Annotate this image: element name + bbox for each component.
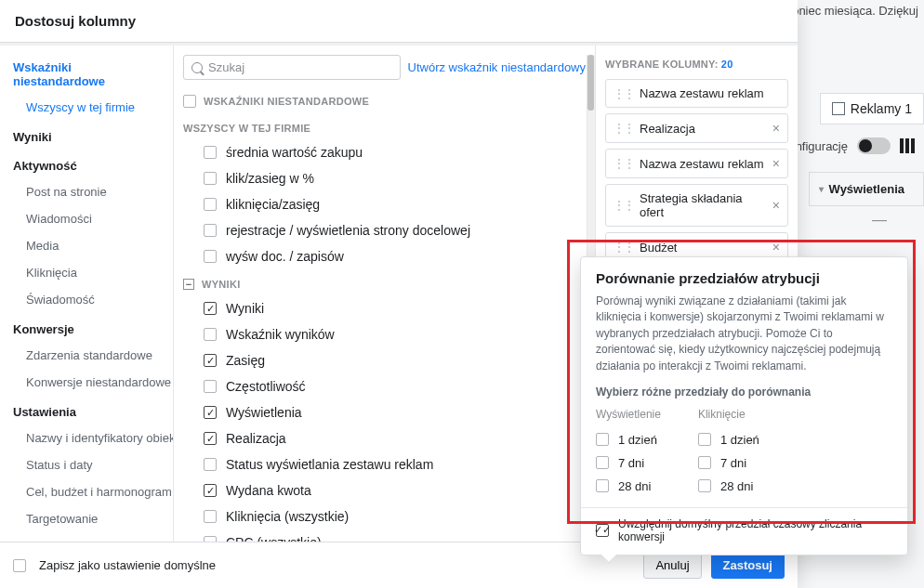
metric-checkbox[interactable]	[204, 172, 217, 185]
metric-label: Status wyświetlania zestawu reklam	[226, 457, 433, 472]
metric-checkbox[interactable]	[204, 250, 217, 263]
remove-column-icon[interactable]: ×	[772, 240, 780, 255]
metric-row[interactable]: Kliknięcia (wszystkie)	[183, 503, 580, 529]
metric-row[interactable]: ✓Wyświetlenia	[183, 399, 580, 425]
sidebar-item[interactable]: Wiadomości	[0, 205, 173, 232]
attribution-checkbox[interactable]	[698, 479, 711, 492]
drag-handle-icon[interactable]: ⋮⋮	[614, 122, 634, 135]
section-header[interactable]: −WYNIKI	[183, 269, 580, 295]
metric-row[interactable]: ✓Wydana kwota	[183, 477, 580, 503]
include-default-row[interactable]: ✓ Uwzględnij domyślny przedział czasowy …	[596, 517, 892, 543]
sidebar-category[interactable]: Wyniki	[0, 121, 173, 150]
metric-row[interactable]: ✓Zasięg	[183, 347, 580, 373]
metric-checkbox[interactable]: ✓	[204, 354, 217, 367]
cancel-button[interactable]: Anuluj	[643, 552, 701, 579]
columns-icon[interactable]	[900, 138, 915, 153]
sidebar-item[interactable]: Wszyscy w tej firmie	[0, 94, 173, 121]
drag-handle-icon[interactable]: ⋮⋮	[614, 157, 634, 170]
attribution-label: 28 dni	[618, 479, 651, 493]
attribution-option[interactable]: 1 dzień	[596, 428, 661, 451]
attribution-checkbox[interactable]	[596, 479, 609, 492]
metric-label: Zasięg	[226, 353, 265, 368]
metric-row[interactable]: ✓Realizacja	[183, 425, 580, 451]
attribution-checkbox[interactable]	[698, 456, 711, 469]
attribution-option[interactable]: 28 dni	[698, 475, 759, 498]
metric-row[interactable]: CPC (wszystkie)	[183, 529, 580, 542]
metric-label: Realizacja	[226, 431, 286, 446]
selected-column[interactable]: ⋮⋮Strategia składania ofert×	[605, 184, 788, 227]
attribution-option[interactable]: 1 dzień	[698, 428, 759, 451]
attribution-option[interactable]: 7 dni	[596, 451, 661, 475]
metric-row[interactable]: klik/zasieg w %	[183, 165, 580, 191]
metric-row[interactable]: Wskaźnik wyników	[183, 321, 580, 347]
tab-ads[interactable]: Reklamy 1	[820, 93, 924, 124]
column-header-label: Wyświetlenia	[829, 182, 904, 196]
metric-checkbox[interactable]: ✓	[204, 432, 217, 445]
metrics-scrollbar-thumb[interactable]	[587, 55, 594, 111]
metric-checkbox[interactable]	[204, 146, 217, 159]
remove-column-icon[interactable]: ×	[772, 121, 780, 136]
metric-row[interactable]: Status wyświetlania zestawu reklam	[183, 451, 580, 477]
metric-checkbox[interactable]: ✓	[204, 406, 217, 419]
column-header-impressions[interactable]: ▾ Wyświetlenia	[809, 172, 924, 206]
tab-ads-label: Reklamy 1	[851, 101, 912, 116]
attribution-checkbox[interactable]	[596, 456, 609, 469]
sidebar-item[interactable]: Post na stronie	[0, 178, 173, 205]
apply-button[interactable]: Zastosuj	[711, 552, 785, 579]
sidebar-item[interactable]: Konwersje niestandardowe	[0, 369, 173, 396]
metric-checkbox[interactable]: ✓	[204, 484, 217, 497]
selected-column[interactable]: ⋮⋮Nazwa zestawu reklam	[605, 79, 788, 108]
sidebar-item[interactable]: Materiał reklamowy	[0, 532, 173, 542]
metric-checkbox[interactable]	[204, 536, 217, 542]
metric-checkbox[interactable]	[204, 198, 217, 211]
popover-view-header: Wyświetlenie	[596, 408, 661, 421]
sidebar-item[interactable]: Cel, budżet i harmonogram	[0, 478, 173, 505]
metric-row[interactable]: średnia wartość zakupu	[183, 139, 580, 165]
save-as-default-checkbox[interactable]	[13, 559, 26, 572]
metric-label: klik/zasieg w %	[226, 171, 314, 186]
metric-checkbox[interactable]	[204, 458, 217, 471]
sidebar-category[interactable]: Aktywność	[0, 150, 173, 178]
selected-column[interactable]: ⋮⋮Nazwa zestawu reklam×	[605, 149, 788, 178]
search-input[interactable]: Szukaj	[183, 55, 401, 80]
drag-handle-icon[interactable]: ⋮⋮	[614, 87, 634, 100]
metric-checkbox[interactable]	[204, 224, 217, 237]
attribution-option[interactable]: 7 dni	[698, 451, 759, 475]
sidebar-item[interactable]: Status i daty	[0, 451, 173, 478]
attribution-option[interactable]: 28 dni	[596, 475, 661, 498]
sidebar-category[interactable]: Konwersje	[0, 313, 173, 342]
metric-checkbox[interactable]	[204, 380, 217, 393]
sidebar-category[interactable]: Ustawienia	[0, 396, 173, 425]
sidebar-item[interactable]: Zdarzenia standardowe	[0, 342, 173, 369]
metric-checkbox[interactable]	[204, 510, 217, 523]
create-custom-metric-link[interactable]: Utwórz wskaźnik niestandardowy	[408, 60, 586, 74]
sidebar-item[interactable]: Media	[0, 232, 173, 259]
metric-row[interactable]: kliknięcia/zasięg	[183, 191, 580, 217]
sidebar-item[interactable]: Kliknięcia	[0, 259, 173, 286]
sidebar-category[interactable]: Wskaźniki niestandardowe	[0, 51, 173, 94]
selected-column-label: Strategia składania ofert	[640, 191, 767, 219]
include-default-checkbox[interactable]: ✓	[596, 524, 609, 537]
sidebar-item[interactable]: Świadomość	[0, 286, 173, 313]
drag-handle-icon[interactable]: ⋮⋮	[614, 199, 634, 212]
metric-label: Wyświetlenia	[226, 405, 302, 420]
section-title: WSZYSCY W TEJ FIRMIE	[183, 123, 310, 134]
selected-column[interactable]: ⋮⋮Realizacja×	[605, 113, 788, 143]
metric-row[interactable]: wyśw doc. / zapisów	[183, 243, 580, 269]
remove-column-icon[interactable]: ×	[772, 198, 780, 213]
metric-checkbox[interactable]	[204, 328, 217, 341]
sidebar-item[interactable]: Nazwy i identyfikatory obiektów	[0, 425, 173, 451]
metric-checkbox[interactable]: ✓	[204, 302, 217, 315]
sidebar-item[interactable]: Targetowanie	[0, 505, 173, 532]
remove-column-icon[interactable]: ×	[772, 156, 780, 171]
config-toggle[interactable]	[857, 137, 891, 154]
attribution-checkbox[interactable]	[596, 433, 609, 446]
metric-row[interactable]: rejestracje / wyświetlenia strony docelo…	[183, 217, 580, 243]
section-checkbox[interactable]	[183, 95, 196, 108]
drag-handle-icon[interactable]: ⋮⋮	[614, 241, 634, 254]
attribution-checkbox[interactable]	[698, 433, 711, 446]
metric-row[interactable]: ✓Wyniki	[183, 295, 580, 321]
collapse-icon[interactable]: −	[183, 279, 194, 290]
metric-row[interactable]: Częstotliwość	[183, 373, 580, 399]
save-as-default-label: Zapisz jako ustawienie domyślne	[39, 558, 216, 572]
